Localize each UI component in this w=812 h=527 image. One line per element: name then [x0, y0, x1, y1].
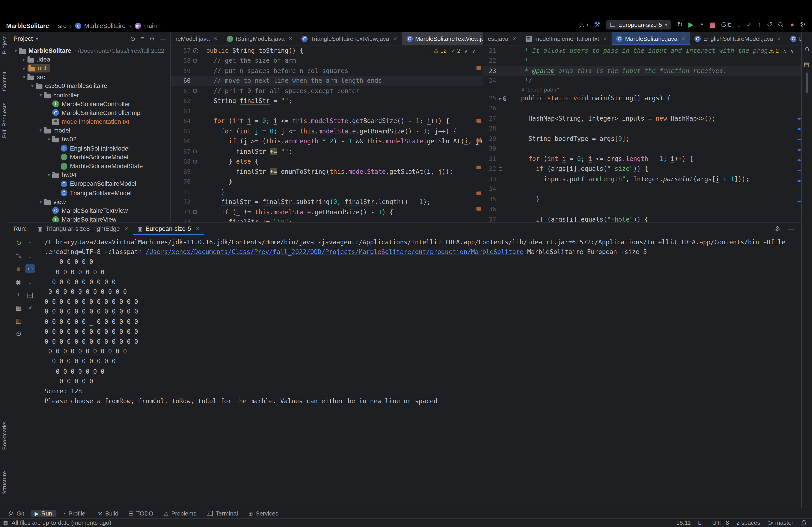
tree-item-src[interactable]: ▾src: [9, 73, 170, 81]
editor-tab-trianglesolitairetextview-java[interactable]: CTriangleSolitaireTextView.java×: [297, 32, 402, 45]
status-widget-2-spaces[interactable]: 2 spaces: [736, 520, 760, 526]
fold-icon[interactable]: [193, 160, 197, 163]
tree-item-marblesolitairecontrollerimpl[interactable]: CMarbleSolitaireControllerImpl: [9, 108, 170, 117]
tree-item-controller[interactable]: ▾controller: [9, 91, 170, 100]
stripe-button-structure[interactable]: Structure: [1, 471, 8, 494]
code-line-71[interactable]: 71 }: [171, 187, 483, 197]
code-line-60[interactable]: 60 // move to next line when the arm len…: [171, 76, 483, 86]
tree-chevron-icon[interactable]: ▾: [21, 75, 28, 80]
close-tab-icon[interactable]: ×: [214, 35, 217, 42]
editor-tab-marblesolitaire-java[interactable]: CMarbleSolitaire.java×: [612, 32, 690, 45]
code-line-28[interactable]: 28: [483, 123, 801, 134]
fold-icon[interactable]: [193, 150, 197, 153]
tree-chevron-icon[interactable]: ▾: [37, 199, 44, 204]
code-line-64[interactable]: 64 for (int i = 0; i <= this.modelState.…: [171, 116, 483, 126]
settings-gear-icon[interactable]: ⚙: [800, 21, 806, 28]
editor-body-left[interactable]: 57↑public String toString() {58 // get t…: [171, 46, 483, 222]
panel-settings-icon[interactable]: ⚙: [149, 35, 155, 42]
up-stack-icon[interactable]: ↑: [26, 238, 35, 247]
tree-chevron-icon[interactable]: ▸: [21, 57, 28, 62]
profiler-icon[interactable]: ◔: [699, 21, 703, 28]
editor-tab-est-java[interactable]: est.java×: [483, 32, 521, 45]
gradle-icon[interactable]: ▤: [804, 61, 809, 68]
project-panel-title[interactable]: Project: [14, 35, 33, 42]
code-line-66[interactable]: 66 if (j >= (this.armLength * 2) - 1 && …: [171, 136, 483, 147]
git-push-icon[interactable]: ↑: [758, 21, 761, 28]
fold-icon[interactable]: [499, 167, 502, 171]
code-line-30[interactable]: 30: [483, 144, 801, 154]
close-tab-icon[interactable]: ×: [681, 35, 685, 42]
editor-tab-remodel-java[interactable]: reModel.java×: [171, 32, 222, 45]
collapse-all-icon[interactable]: ≡: [141, 35, 144, 42]
run-icon[interactable]: ▶: [688, 21, 694, 28]
code-line-68[interactable]: 68 } else {: [171, 157, 483, 167]
code-line-65[interactable]: 65 for (int j = 0; j <= this.modelState.…: [171, 126, 483, 136]
close-tab-icon[interactable]: ×: [777, 35, 781, 42]
tree-chevron-icon[interactable]: ▸: [21, 66, 28, 71]
notifications-icon[interactable]: [804, 47, 810, 53]
tree-item-marblesolitaireview[interactable]: IMarbleSolitaireView: [9, 215, 170, 222]
code-line-33[interactable]: 33 inputs.put("armLength", Integer.parse…: [483, 174, 801, 184]
tree-item-europeansolitairemodel[interactable]: CEuropeanSolitaireModel: [9, 179, 170, 188]
code-line-69[interactable]: 69 finalStr += enumToString(this.modelSt…: [171, 167, 483, 177]
toolwindow-button-services[interactable]: ⊞Services: [244, 509, 282, 517]
stripe-button-project[interactable]: Project: [1, 36, 8, 54]
edit-configuration-icon[interactable]: ✎: [14, 251, 23, 260]
history-icon[interactable]: ↺: [767, 21, 772, 28]
minimize-panel-icon[interactable]: —: [788, 225, 794, 232]
code-line-29[interactable]: 29 String boardType = args[0];: [483, 133, 801, 144]
tree-item-idea[interactable]: ▸.idea: [9, 55, 170, 64]
code-line-32[interactable]: 32 if (args[i].equals("-size")) {: [483, 164, 801, 174]
code-line-59[interactable]: 59 // put n spaces before n col squares: [171, 66, 483, 76]
tree-item-hw02[interactable]: ▾hw02: [9, 135, 170, 144]
code-line-62[interactable]: 62 String finalStr = "";: [171, 96, 483, 106]
hide-panel-icon[interactable]: —: [160, 35, 166, 42]
soft-wrap-icon[interactable]: ↩: [26, 264, 35, 273]
tree-item-marblesolitairemodel[interactable]: IMarbleSolitaireModel: [9, 153, 170, 162]
run-line-icon[interactable]: ▶: [499, 95, 502, 101]
breadcrumb-item-src[interactable]: src: [58, 22, 66, 30]
down-stack-icon[interactable]: ↓: [26, 251, 35, 260]
code-line-27[interactable]: 27 HashMap<String, Integer> inputs = new…: [483, 114, 801, 123]
close-tab-icon[interactable]: ×: [512, 35, 516, 42]
git-branch-widget[interactable]: master: [767, 520, 793, 526]
fold-icon[interactable]: [193, 59, 197, 62]
tree-chevron-icon[interactable]: ▾: [29, 84, 36, 89]
clear-all-icon[interactable]: ×: [26, 303, 35, 312]
code-line-31[interactable]: 31 for (int i = 0; i <= args.length - 1;…: [483, 154, 801, 164]
editor-tab-istringmodels-java[interactable]: IIStringModels.java×: [222, 32, 297, 45]
breadcrumb-item-marblesolitaire[interactable]: CMarbleSolitaire: [75, 22, 126, 30]
code-line-35[interactable]: 35 }: [483, 194, 801, 204]
coverage-grid-icon[interactable]: ▦: [709, 21, 715, 28]
code-line-24[interactable]: 24 */: [483, 76, 801, 86]
notifications-icon[interactable]: [801, 520, 807, 526]
locate-file-icon[interactable]: ⊙: [130, 35, 135, 42]
tree-item-cs3500-marblesolitaire[interactable]: ▾cs3500.marblesolitaire: [9, 81, 170, 90]
classpath-link[interactable]: /Users/xenox/Documents/Class/Prev/fall_2…: [145, 249, 523, 256]
toolwindow-button-profiler[interactable]: ◔Profiler: [58, 509, 91, 517]
toolwindow-button-build[interactable]: ⚒Build: [93, 509, 123, 517]
scrollbar-thumb[interactable]: [806, 72, 808, 93]
tree-item-marblesolitairemodelstate[interactable]: IMarbleSolitaireModelState: [9, 162, 170, 170]
code-line-34[interactable]: 34: [483, 184, 801, 194]
run-configuration-combo[interactable]: European-size-5▾: [606, 20, 671, 30]
close-tab-icon[interactable]: ×: [196, 225, 199, 232]
code-line-58[interactable]: 58 // get the size of arm: [171, 56, 483, 66]
console-history-icon[interactable]: ▥: [14, 316, 23, 325]
tree-chevron-icon[interactable]: ▾: [12, 48, 19, 53]
code-line-36[interactable]: 36: [483, 204, 801, 214]
code-line-25[interactable]: 25▶@public static void main(String[] arg…: [483, 93, 801, 103]
stripe-button-bookmarks[interactable]: Bookmarks: [1, 421, 8, 450]
search-icon[interactable]: [778, 21, 784, 28]
tree-chevron-icon[interactable]: ▾: [46, 172, 52, 178]
status-widget-utf-8[interactable]: UTF-8: [712, 520, 729, 526]
close-tab-icon[interactable]: ×: [393, 35, 397, 42]
close-tab-icon[interactable]: ×: [125, 225, 128, 232]
status-widget-lf[interactable]: LF: [698, 520, 705, 526]
editor-tab-europe[interactable]: CEurope: [786, 32, 801, 45]
coverage-icon[interactable]: +: [14, 290, 23, 299]
code-line-61[interactable]: 61 // print 0 for all spaces,except cent…: [171, 86, 483, 96]
run-settings-gear-icon[interactable]: ⚙: [775, 225, 780, 232]
code-line-73[interactable]: 73 if (i != this.modelState.getBoardSize…: [171, 207, 483, 217]
git-commit-check-icon[interactable]: ✓: [746, 21, 752, 28]
